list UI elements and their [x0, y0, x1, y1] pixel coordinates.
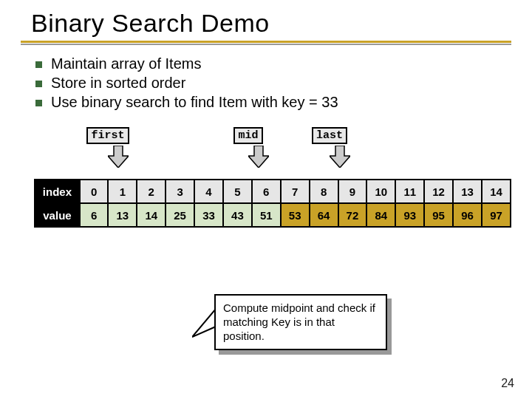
page-number: 24: [501, 377, 514, 390]
value-cell: 53: [281, 203, 310, 227]
pointer-mid: mid: [222, 127, 275, 146]
svg-marker-0: [108, 146, 129, 168]
table-row: value 6 13 14 25 33 43 51 53 64 72 84 93…: [35, 203, 511, 227]
value-cell: 97: [482, 203, 511, 227]
svg-marker-1: [248, 146, 269, 168]
index-cell: 3: [166, 180, 194, 203]
bullet-text: Maintain array of Items: [51, 55, 201, 72]
index-cell: 4: [194, 180, 223, 203]
value-cell: 95: [424, 203, 453, 227]
index-cell: 14: [482, 180, 511, 203]
bullet-list: Maintain array of Items Store in sorted …: [35, 55, 511, 111]
array-table: index 0 1 2 3 4 5 6 7 8 9 10 11 12 13 14…: [34, 179, 511, 228]
value-cell: 13: [108, 203, 137, 227]
row-header-index: index: [35, 180, 80, 203]
bullet-text: Use binary search to find Item with key …: [51, 94, 338, 111]
index-cell: 7: [281, 180, 310, 203]
bullet-icon: [35, 100, 42, 106]
index-cell: 13: [453, 180, 482, 203]
index-cell: 9: [338, 180, 367, 203]
bullet-icon: [35, 81, 42, 87]
index-cell: 6: [252, 180, 281, 203]
svg-marker-3: [192, 309, 216, 337]
pointer-first-label: first: [86, 127, 129, 144]
value-cell: 96: [453, 203, 482, 227]
value-cell: 25: [166, 203, 194, 227]
pointer-first: first: [81, 127, 134, 146]
value-cell: 43: [223, 203, 252, 227]
value-cell: 72: [338, 203, 367, 227]
bullet-icon: [35, 61, 42, 68]
value-cell: 84: [366, 203, 395, 227]
index-cell: 2: [137, 180, 166, 203]
svg-marker-2: [330, 146, 350, 168]
pointer-last-label: last: [312, 127, 347, 144]
index-cell: 10: [366, 180, 395, 203]
value-cell: 93: [395, 203, 424, 227]
pointer-row: first mid last: [62, 127, 511, 179]
value-cell: 64: [310, 203, 338, 227]
bullet-item: Use binary search to find Item with key …: [35, 94, 511, 111]
table-row: index 0 1 2 3 4 5 6 7 8 9 10 11 12 13 14: [35, 180, 511, 203]
array-table-wrap: index 0 1 2 3 4 5 6 7 8 9 10 11 12 13 14…: [34, 179, 511, 228]
bullet-text: Store in sorted order: [51, 75, 185, 92]
pointer-mid-label: mid: [233, 127, 262, 144]
bullet-item: Maintain array of Items: [35, 55, 511, 72]
slide: Binary Search Demo Maintain array of Ite…: [0, 0, 532, 399]
value-cell: 51: [252, 203, 281, 227]
index-cell: 8: [310, 180, 338, 203]
title-rule-gold: [21, 41, 511, 43]
value-cell: 6: [80, 203, 108, 227]
index-cell: 12: [424, 180, 453, 203]
bullet-item: Store in sorted order: [35, 75, 511, 92]
title-rule-grey: [21, 44, 511, 45]
callout-box: Compute midpoint and check if matching K…: [214, 294, 387, 350]
value-cell: 14: [137, 203, 166, 227]
callout-text: Compute midpoint and check if matching K…: [223, 301, 375, 342]
pointer-last: last: [303, 127, 356, 146]
row-header-value: value: [35, 203, 80, 227]
page-title: Binary Search Demo: [21, 9, 511, 38]
index-cell: 5: [223, 180, 252, 203]
index-cell: 0: [80, 180, 108, 203]
index-cell: 1: [108, 180, 137, 203]
value-cell: 33: [194, 203, 223, 227]
index-cell: 11: [395, 180, 424, 203]
